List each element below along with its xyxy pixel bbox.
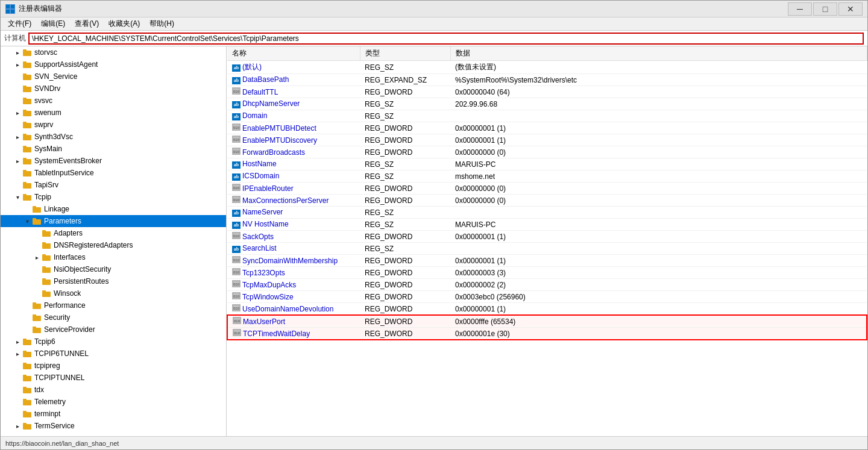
registry-row-EnablePMTUBHDetect[interactable]: 010EnablePMTUBHDetectREG_DWORD0x00000001… bbox=[227, 122, 867, 134]
column-type[interactable]: 类型 bbox=[360, 46, 450, 61]
expand-arrow-Performance[interactable] bbox=[22, 301, 32, 310]
expand-arrow-terminpt[interactable] bbox=[13, 409, 22, 419]
tree-item-terminpt[interactable]: terminpt bbox=[1, 408, 226, 420]
expand-arrow-Linkage[interactable] bbox=[22, 204, 32, 214]
tree-item-DNSRegisteredAdapters[interactable]: DNSRegisteredAdapters bbox=[1, 239, 226, 251]
tree-item-tcpipreg[interactable]: tcpipreg bbox=[1, 360, 226, 372]
expand-arrow-TapiSrv[interactable] bbox=[13, 180, 22, 190]
registry-values[interactable]: 名称 类型 数据 ab(默认)REG_SZ(数值未设置)abDataBasePa… bbox=[227, 46, 867, 436]
registry-row-Tcp1323Opts[interactable]: 010Tcp1323OptsREG_DWORD0x00000003 (3) bbox=[227, 267, 867, 279]
expand-arrow-PersistentRoutes[interactable] bbox=[32, 277, 42, 286]
registry-row-default[interactable]: ab(默认)REG_SZ(数值未设置) bbox=[227, 61, 867, 74]
expand-arrow-ServiceProvider[interactable] bbox=[22, 325, 32, 334]
registry-row-SackOpts[interactable]: 010SackOptsREG_DWORD0x00000001 (1) bbox=[227, 231, 867, 243]
registry-row-HostName[interactable]: abHostNameREG_SZMARUIS-PC bbox=[227, 158, 867, 170]
expand-arrow-Tcpip6[interactable]: ▸ bbox=[13, 337, 22, 346]
registry-row-DatabasePath[interactable]: abDataBasePathREG_EXPAND_SZ%SystemRoot%\… bbox=[227, 74, 867, 86]
tree-item-TabletInputService[interactable]: TabletInputService bbox=[1, 167, 226, 179]
registry-row-ForwardBroadcasts[interactable]: 010ForwardBroadcastsREG_DWORD0x00000000 … bbox=[227, 146, 867, 158]
registry-row-MaxConnectionsPerServer[interactable]: 010MaxConnectionsPerServerREG_DWORD0x000… bbox=[227, 195, 867, 207]
expand-arrow-Security[interactable] bbox=[22, 313, 32, 322]
tree-item-svsvc[interactable]: svsvc bbox=[1, 95, 226, 107]
expand-arrow-SupportAssistAgent[interactable]: ▸ bbox=[13, 60, 22, 69]
expand-arrow-svsvc[interactable] bbox=[13, 96, 22, 105]
tree-item-Security[interactable]: Security bbox=[1, 311, 226, 323]
expand-arrow-Tcpip[interactable]: ▾ bbox=[13, 192, 22, 202]
tree-item-Synth3dVsc[interactable]: ▸Synth3dVsc bbox=[1, 131, 226, 143]
tree-item-swprv[interactable]: swprv bbox=[1, 119, 226, 131]
expand-arrow-TCPIP6TUNNEL[interactable]: ▸ bbox=[13, 349, 22, 358]
tree-item-SystemEventsBroker[interactable]: ▸SystemEventsBroker bbox=[1, 155, 226, 167]
registry-row-TCPTimedWaitDelay[interactable]: 010TCPTimedWaitDelayREG_DWORD0x0000001e … bbox=[227, 328, 867, 340]
minimize-button[interactable]: ─ bbox=[788, 2, 812, 16]
expand-arrow-DNSRegisteredAdapters[interactable] bbox=[32, 240, 42, 250]
expand-arrow-swenum[interactable]: ▸ bbox=[13, 108, 22, 117]
registry-row-DhcpNameServer[interactable]: abDhcpNameServerREG_SZ202.99.96.68 bbox=[227, 98, 867, 110]
registry-row-ICSDomain[interactable]: abICSDomainREG_SZmshome.net bbox=[227, 170, 867, 183]
menu-view[interactable]: 查看(V) bbox=[70, 17, 104, 30]
registry-row-SearchList[interactable]: abSearchListREG_SZ bbox=[227, 243, 867, 255]
registry-row-UseDomainNameDevolution[interactable]: 010UseDomainNameDevolutionREG_DWORD0x000… bbox=[227, 303, 867, 316]
expand-arrow-SVNDrv[interactable] bbox=[13, 84, 22, 93]
registry-row-MaxUserPort[interactable]: 010MaxUserPortREG_DWORD0x0000fffe (65534… bbox=[227, 315, 867, 328]
tree-item-SVNDrv[interactable]: SVNDrv bbox=[1, 83, 226, 95]
tree-item-Linkage[interactable]: Linkage bbox=[1, 203, 226, 215]
tree-item-Telemetry[interactable]: Telemetry bbox=[1, 396, 226, 408]
tree-item-SVN_Service[interactable]: SVN_Service bbox=[1, 70, 226, 83]
registry-row-NVHostName[interactable]: abNV HostNameREG_SZMARUIS-PC bbox=[227, 219, 867, 231]
expand-arrow-Telemetry[interactable] bbox=[13, 397, 22, 407]
expand-arrow-SysMain[interactable] bbox=[13, 144, 22, 154]
expand-arrow-Synth3dVsc[interactable]: ▸ bbox=[13, 132, 22, 142]
expand-arrow-NsiObjectSecurity[interactable] bbox=[32, 264, 42, 274]
registry-row-NameServer[interactable]: abNameServerREG_SZ bbox=[227, 207, 867, 219]
tree-item-SysMain[interactable]: SysMain bbox=[1, 143, 226, 155]
expand-arrow-tcpipreg[interactable] bbox=[13, 361, 22, 370]
close-button[interactable]: ✕ bbox=[838, 2, 863, 16]
expand-arrow-Adapters[interactable] bbox=[32, 228, 42, 238]
tree-item-TCPIP6TUNNEL[interactable]: ▸TCPIP6TUNNEL bbox=[1, 348, 226, 360]
tree-item-SupportAssistAgent[interactable]: ▸SupportAssistAgent bbox=[1, 58, 226, 70]
tree-item-Adapters[interactable]: Adapters bbox=[1, 227, 226, 239]
registry-row-IPEnableRouter[interactable]: 010IPEnableRouterREG_DWORD0x00000000 (0) bbox=[227, 183, 867, 195]
address-input[interactable] bbox=[28, 33, 864, 45]
registry-tree[interactable]: ▸storvsc▸SupportAssistAgentSVN_ServiceSV… bbox=[1, 46, 227, 436]
tree-item-Winsock[interactable]: Winsock bbox=[1, 287, 226, 299]
tree-item-NsiObjectSecurity[interactable]: NsiObjectSecurity bbox=[1, 263, 226, 275]
tree-item-swenum[interactable]: ▸swenum bbox=[1, 107, 226, 119]
tree-item-TCPIPTUNNEL[interactable]: TCPIPTUNNEL bbox=[1, 372, 226, 384]
tree-item-tdx[interactable]: tdx bbox=[1, 384, 226, 396]
expand-arrow-TermService[interactable]: ▸ bbox=[13, 421, 22, 431]
menu-favorites[interactable]: 收藏夹(A) bbox=[104, 17, 145, 30]
tree-item-Tcpip6[interactable]: ▸Tcpip6 bbox=[1, 336, 226, 348]
expand-arrow-Interfaces[interactable]: ▸ bbox=[32, 252, 42, 262]
tree-item-Parameters[interactable]: ▾Parameters bbox=[1, 215, 226, 227]
expand-arrow-Parameters[interactable]: ▾ bbox=[22, 216, 32, 226]
tree-item-storvsc[interactable]: ▸storvsc bbox=[1, 46, 226, 58]
expand-arrow-SVN_Service[interactable] bbox=[13, 72, 22, 81]
expand-arrow-TabletInputService[interactable] bbox=[13, 168, 22, 178]
maximize-button[interactable]: □ bbox=[813, 2, 837, 16]
registry-row-TcpWindowSize[interactable]: 010TcpWindowSizeREG_DWORD0x0003ebc0 (256… bbox=[227, 291, 867, 303]
registry-row-SyncDomainWithMembership[interactable]: 010SyncDomainWithMembershipREG_DWORD0x00… bbox=[227, 255, 867, 267]
menu-file[interactable]: 文件(F) bbox=[3, 17, 36, 30]
tree-item-Interfaces[interactable]: ▸Interfaces bbox=[1, 251, 226, 263]
registry-row-DefaultTTL[interactable]: 010DefaultTTLREG_DWORD0x00000040 (64) bbox=[227, 86, 867, 98]
registry-row-EnablePMTUDiscovery[interactable]: 010EnablePMTUDiscoveryREG_DWORD0x0000000… bbox=[227, 134, 867, 146]
expand-arrow-swprv[interactable] bbox=[13, 120, 22, 130]
tree-item-TermService[interactable]: ▸TermService bbox=[1, 420, 226, 432]
registry-row-Domain[interactable]: abDomainREG_SZ bbox=[227, 110, 867, 122]
registry-row-TcpMaxDupAcks[interactable]: 010TcpMaxDupAcksREG_DWORD0x00000002 (2) bbox=[227, 279, 867, 291]
expand-arrow-tdx[interactable] bbox=[13, 385, 22, 395]
menu-help[interactable]: 帮助(H) bbox=[145, 17, 179, 30]
expand-arrow-Winsock[interactable] bbox=[32, 289, 42, 298]
tree-item-Performance[interactable]: Performance bbox=[1, 299, 226, 311]
column-data[interactable]: 数据 bbox=[450, 46, 867, 61]
expand-arrow-storvsc[interactable]: ▸ bbox=[13, 48, 22, 57]
expand-arrow-SystemEventsBroker[interactable]: ▸ bbox=[13, 156, 22, 166]
menu-edit[interactable]: 编辑(E) bbox=[36, 17, 70, 30]
tree-item-ServiceProvider[interactable]: ServiceProvider bbox=[1, 323, 226, 336]
tree-item-Tcpip[interactable]: ▾Tcpip bbox=[1, 191, 226, 203]
column-name[interactable]: 名称 bbox=[227, 46, 360, 61]
expand-arrow-TCPIPTUNNEL[interactable] bbox=[13, 373, 22, 383]
tree-item-PersistentRoutes[interactable]: PersistentRoutes bbox=[1, 275, 226, 287]
